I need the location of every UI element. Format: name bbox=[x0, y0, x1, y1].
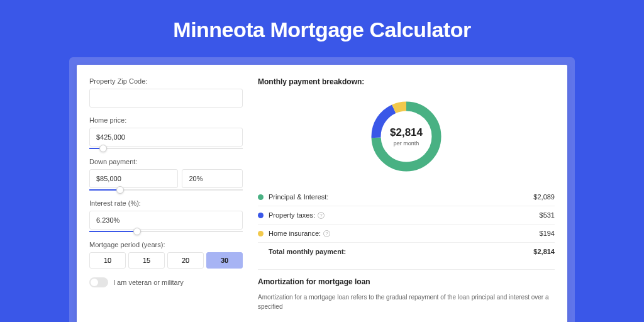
legend-value: $2,089 bbox=[533, 193, 555, 201]
donut-sub: per month bbox=[394, 140, 419, 147]
legend-label: Property taxes:? bbox=[269, 211, 540, 219]
legend-row-0: Principal & Interest:$2,089 bbox=[258, 188, 555, 206]
legend-label: Principal & Interest: bbox=[269, 193, 533, 201]
rate-slider-thumb[interactable] bbox=[133, 228, 141, 235]
zip-field: Property Zip Code: bbox=[89, 77, 243, 108]
legend-row-2: Home insurance:?$194 bbox=[258, 224, 555, 242]
period-label: Mortgage period (years): bbox=[89, 241, 243, 248]
calculator-card: Property Zip Code: Home price: Down paym… bbox=[77, 65, 567, 322]
rate-input[interactable] bbox=[89, 211, 243, 230]
legend-value: $194 bbox=[540, 230, 555, 237]
legend-label: Home insurance:? bbox=[269, 230, 540, 237]
down-slider-thumb[interactable] bbox=[116, 186, 124, 194]
down-slider[interactable] bbox=[89, 189, 243, 191]
inputs-column: Property Zip Code: Home price: Down paym… bbox=[89, 77, 243, 322]
down-label: Down payment: bbox=[89, 158, 243, 165]
price-slider-thumb[interactable] bbox=[99, 145, 107, 152]
period-buttons: 10152030 bbox=[89, 252, 243, 269]
legend-swatch bbox=[258, 231, 264, 236]
donut-center: $2,814 per month bbox=[369, 99, 444, 174]
period-btn-20[interactable]: 20 bbox=[167, 252, 204, 269]
legend-value: $531 bbox=[540, 211, 555, 219]
period-btn-15[interactable]: 15 bbox=[128, 252, 165, 269]
veteran-row: I am veteran or military bbox=[89, 277, 243, 287]
legend-swatch bbox=[258, 213, 264, 218]
rate-slider[interactable] bbox=[89, 231, 243, 232]
toggle-knob bbox=[91, 279, 98, 286]
page-title: Minneota Mortgage Calculator bbox=[0, 0, 644, 57]
legend-total-label: Total monthly payment: bbox=[269, 248, 533, 255]
price-label: Home price: bbox=[89, 116, 243, 124]
card-backdrop: Property Zip Code: Home price: Down paym… bbox=[69, 57, 575, 322]
down-amount-input[interactable] bbox=[89, 169, 178, 188]
period-field: Mortgage period (years): 10152030 bbox=[89, 241, 243, 269]
legend-total-value: $2,814 bbox=[533, 248, 555, 255]
veteran-label: I am veteran or military bbox=[113, 279, 184, 286]
donut-wrap: $2,814 per month bbox=[258, 94, 555, 186]
amortization-heading: Amortization for mortgage loan bbox=[258, 277, 555, 286]
rate-label: Interest rate (%): bbox=[89, 199, 243, 207]
donut-chart: $2,814 per month bbox=[369, 99, 444, 174]
legend-row-1: Property taxes:?$531 bbox=[258, 206, 555, 224]
breakdown-heading: Monthly payment breakdown: bbox=[258, 77, 555, 86]
info-icon[interactable]: ? bbox=[318, 212, 325, 219]
period-btn-10[interactable]: 10 bbox=[89, 252, 126, 269]
veteran-toggle[interactable] bbox=[89, 277, 108, 287]
price-slider[interactable] bbox=[89, 148, 243, 149]
down-field: Down payment: bbox=[89, 158, 243, 191]
legend: Principal & Interest:$2,089Property taxe… bbox=[258, 188, 555, 260]
price-input[interactable] bbox=[89, 128, 243, 147]
breakdown-column: Monthly payment breakdown: $2,814 per mo… bbox=[258, 77, 555, 322]
donut-amount: $2,814 bbox=[390, 126, 423, 139]
price-field: Home price: bbox=[89, 116, 243, 149]
amortization-body: Amortization for a mortgage loan refers … bbox=[258, 292, 555, 311]
amortization-section: Amortization for mortgage loan Amortizat… bbox=[258, 269, 555, 311]
rate-field: Interest rate (%): bbox=[89, 199, 243, 232]
down-percent-input[interactable] bbox=[182, 169, 243, 188]
legend-total-row: Total monthly payment:$2,814 bbox=[258, 242, 555, 260]
period-btn-30[interactable]: 30 bbox=[206, 252, 243, 269]
info-icon[interactable]: ? bbox=[323, 230, 330, 237]
zip-input[interactable] bbox=[89, 89, 243, 108]
zip-label: Property Zip Code: bbox=[89, 77, 243, 85]
legend-swatch bbox=[258, 194, 264, 200]
